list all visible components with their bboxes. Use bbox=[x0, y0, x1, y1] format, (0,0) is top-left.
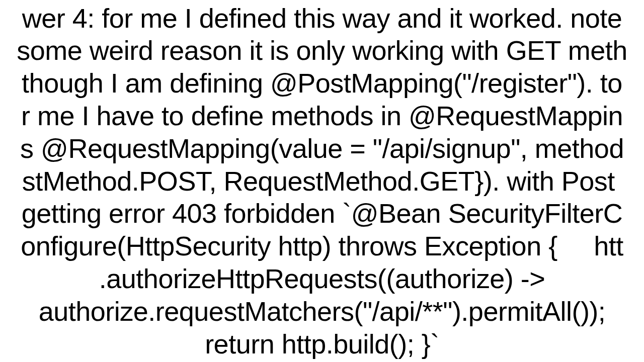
document-viewport: wer 4: for me I defined this way and it … bbox=[0, 0, 644, 362]
document-body-text: wer 4: for me I defined this way and it … bbox=[0, 2, 644, 360]
